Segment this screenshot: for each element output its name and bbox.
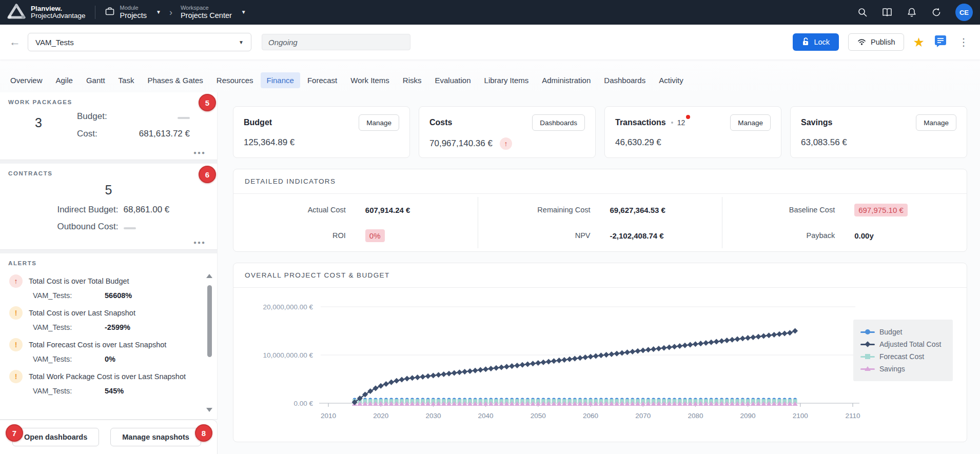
tab-dashboards[interactable]: Dashboards [598,72,652,88]
tab-evaluation[interactable]: Evaluation [429,72,477,88]
contracts-more-icon[interactable]: ●●● [193,240,206,245]
highlight-chip: 0% [365,229,385,242]
indirect-budget-label: Indirect Budget: [32,205,119,215]
work-packages-section: WORK PACKAGES 5 3 Budget: Cost: 681,613.… [0,92,218,160]
tab-gantt[interactable]: Gantt [80,72,111,88]
tab-administration[interactable]: Administration [536,72,597,88]
manage-snapshots-badge[interactable]: 8 [195,424,212,442]
svg-text:2110: 2110 [845,412,860,420]
wp-cost-label: Cost: [77,129,124,139]
tab-activity[interactable]: Activity [653,72,690,88]
search-icon[interactable] [857,7,868,18]
alert-title: Total Work Package Cost is over Last Sna… [29,372,186,381]
tab-work-items[interactable]: Work Items [344,72,396,88]
work-packages-badge[interactable]: 5 [199,94,216,111]
scroll-up-icon[interactable] [206,274,212,278]
empty-value-dash [178,117,190,119]
chevron-right-icon: › [169,7,172,18]
savings-card-title: Savings [801,118,832,127]
wp-budget-value [124,111,190,122]
transactions-card-value: 46,630.29 € [615,137,661,148]
square-marker-icon [860,353,875,360]
manage-snapshots-button[interactable]: Manage snapshots [110,428,201,446]
comments-feed-icon[interactable] [934,34,947,50]
tab-library-items[interactable]: Library Items [478,72,535,88]
tab-finance[interactable]: Finance [261,72,300,88]
top-navbar: Planview. ProjectAdvantage Module Projec… [0,0,980,25]
back-arrow-icon[interactable]: ← [9,35,21,49]
alert-item[interactable]: ! Total Cost is over Last Snapshot VAM_T… [9,306,202,331]
savings-card: Savings Manage 63,083.56 € [790,106,967,158]
alert-exclamation-icon: ! [9,306,23,320]
outbound-cost-label: Outbound Cost: [32,222,119,232]
finance-main: Budget Manage 125,364.89 € Costs Dashboa… [218,92,980,454]
brand-line2: ProjectAdvantage [31,12,86,19]
caret-down-icon: ▼ [239,40,244,45]
budget-manage-button[interactable]: Manage [359,114,399,131]
tab-phases-gates[interactable]: Phases & Gates [141,72,209,88]
avatar[interactable]: CE [955,4,973,21]
detailed-indicators-panel: DETAILED INDICATORS Actual Cost 607,914.… [233,169,967,252]
tab-agile[interactable]: Agile [50,72,79,88]
alerts-title: ALERTS [0,253,217,269]
alert-value: 545% [105,387,124,395]
favorite-star-icon[interactable]: ★ [913,36,925,49]
briefcase-icon [105,6,115,18]
indicator-label: Actual Cost [249,206,365,214]
scrollbar-thumb[interactable] [207,285,212,357]
legend-item[interactable]: Savings [860,363,946,375]
legend-item[interactable]: Adjusted Total Cost [860,338,946,350]
transactions-manage-button[interactable]: Manage [730,114,771,131]
module-selector[interactable]: Module Projects ▼ [105,5,161,21]
brand-text: Planview. ProjectAdvantage [31,5,86,19]
tab-bar: Overview Agile Gantt Task Phases & Gates… [0,60,980,92]
indicator-actual-cost: Actual Cost 607,914.24 € [233,197,478,223]
legend-label: Budget [879,328,902,336]
indicator-roi: ROI 0% [233,223,478,248]
work-packages-more-icon[interactable]: ●●● [193,150,206,155]
planview-logo-icon [7,4,26,21]
legend-item[interactable]: Budget [860,326,946,338]
indicator-value: 607,914.24 € [365,206,462,214]
project-selector-dropdown[interactable]: VAM_Tests ▼ [28,33,251,51]
scroll-down-icon[interactable] [206,408,212,412]
open-dashboards-badge[interactable]: 7 [6,424,23,442]
budget-card: Budget Manage 125,364.89 € [233,106,410,158]
cost-budget-chart-panel: OVERALL PROJECT COST & BUDGET 0.00 €10,0… [233,263,967,442]
alert-exclamation-icon: ! [9,370,23,383]
refresh-icon[interactable] [931,7,942,18]
indirect-budget-value: 68,861.00 € [124,205,185,215]
workspace-label: Workspace [181,5,232,11]
contracts-badge[interactable]: 6 [199,166,216,183]
dot-separator [671,122,673,124]
alert-item[interactable]: ↑ Total Cost is over Total Budget VAM_Te… [9,274,202,300]
tab-task[interactable]: Task [112,72,141,88]
alerts-scrollbar[interactable] [206,274,213,412]
tab-overview[interactable]: Overview [4,72,49,88]
tab-resources[interactable]: Resources [210,72,260,88]
help-book-icon[interactable] [881,7,893,18]
wp-cost-row: Cost: 681,613.72 € [77,129,190,139]
svg-text:2070: 2070 [635,412,651,420]
legend-item[interactable]: Forecast Cost [860,350,946,363]
tab-risks[interactable]: Risks [397,72,428,88]
indicator-value: -2,102,408.74 € [610,231,707,240]
svg-text:2090: 2090 [740,412,756,420]
workspace-selector[interactable]: Workspace Projects Center ▼ [181,5,246,21]
status-field[interactable]: Ongoing [262,34,410,50]
indicator-value: 69,627,364.53 € [610,206,707,214]
chevron-down-icon: ▼ [156,9,161,15]
open-dashboards-button[interactable]: Open dashboards [12,428,99,446]
notifications-bell-icon[interactable] [906,7,917,18]
lock-button[interactable]: Lock [793,33,839,51]
more-options-kebab-icon[interactable]: ⋮ [956,36,971,48]
budget-card-title: Budget [244,118,272,127]
savings-manage-button[interactable]: Manage [916,114,956,131]
tab-forecast[interactable]: Forecast [301,72,343,88]
alert-item[interactable]: ! Total Forecast Cost is over Last Snaps… [9,338,202,363]
legend-label: Forecast Cost [879,352,924,361]
alert-item[interactable]: ! Total Work Package Cost is over Last S… [9,370,202,395]
indicator-label: NPV [494,231,610,240]
publish-button[interactable]: Publish [848,33,904,51]
costs-dashboards-button[interactable]: Dashboards [532,114,585,131]
